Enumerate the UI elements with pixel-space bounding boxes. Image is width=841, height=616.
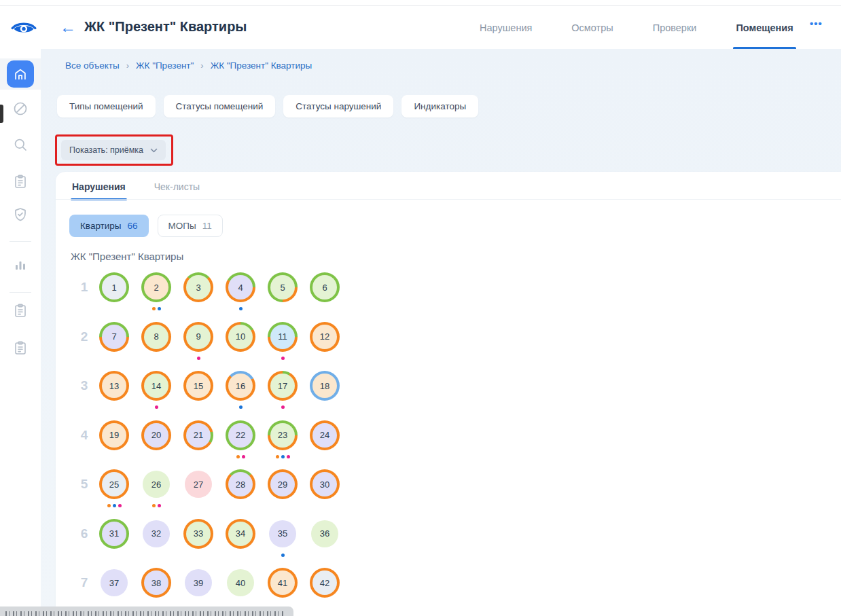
- unit-circle-28[interactable]: 28: [226, 469, 255, 514]
- unit-number: 37: [101, 569, 128, 596]
- back-button[interactable]: ←: [60, 18, 76, 36]
- unit-number: 6: [312, 275, 337, 300]
- unit-circle-8[interactable]: 8: [141, 322, 171, 367]
- indicator-dot-b: [239, 405, 243, 409]
- indicator-dot-m: [281, 405, 285, 409]
- sidebar-item-clipboard-6[interactable]: [12, 302, 29, 319]
- filter-button-0[interactable]: Типы помещений: [57, 95, 156, 117]
- nav-tab-нарушения[interactable]: Нарушения: [477, 6, 535, 49]
- unit-circle-27[interactable]: 27: [183, 469, 213, 514]
- filter-button-3[interactable]: Индикаторы: [401, 95, 478, 117]
- unit-circle-33[interactable]: 33: [183, 519, 213, 564]
- unit-circle-36[interactable]: 36: [310, 519, 340, 564]
- unit-ring: 5: [268, 272, 298, 302]
- unit-circle-4[interactable]: 4: [226, 272, 255, 317]
- tabs-divider: [56, 199, 841, 200]
- unit-number: 31: [102, 522, 126, 546]
- unit-circle-16[interactable]: 16: [226, 371, 255, 416]
- category-chip-квартиры[interactable]: Квартиры66: [69, 215, 149, 237]
- unit-circle-31[interactable]: 31: [99, 519, 129, 564]
- breadcrumb-item-2[interactable]: ЖК "Презент" Квартиры: [211, 60, 312, 71]
- nav-tab-помещения[interactable]: Помещения: [733, 6, 795, 49]
- unit-circle-35[interactable]: 35: [268, 519, 298, 564]
- unit-circle-22[interactable]: 22: [226, 420, 255, 465]
- indicator-dot-m: [158, 504, 161, 507]
- indicator-dot-o: [107, 504, 111, 507]
- sidebar-item-clipboard-3[interactable]: [12, 173, 29, 189]
- indicator-dot-m: [287, 455, 290, 458]
- unit-circle-10[interactable]: 10: [226, 322, 255, 367]
- unit-circle-14[interactable]: 14: [141, 371, 171, 416]
- sidebar-item-bar-chart-5[interactable]: [12, 257, 29, 273]
- show-filter-dropdown[interactable]: Показать: приёмка: [61, 140, 166, 160]
- unit-circle-20[interactable]: 20: [141, 420, 171, 465]
- row-label: 4: [75, 428, 94, 443]
- unit-ring: 27: [183, 469, 213, 499]
- unit-circle-25[interactable]: 25: [99, 469, 129, 514]
- chip-count: 11: [202, 221, 212, 231]
- sidebar: [0, 49, 41, 616]
- unit-ring: 15: [183, 371, 213, 401]
- sidebar-item-search-2[interactable]: [12, 137, 29, 153]
- sidebar-item-clipboard-7[interactable]: [12, 340, 29, 356]
- unit-circle-29[interactable]: 29: [268, 469, 298, 514]
- unit-ring: 40: [226, 568, 255, 598]
- category-chip-мопы[interactable]: МОПы11: [158, 215, 223, 237]
- unit-circle-7[interactable]: 7: [99, 322, 129, 367]
- unit-circle-18[interactable]: 18: [310, 371, 340, 416]
- unit-circle-32[interactable]: 32: [141, 519, 171, 564]
- unit-circle-5[interactable]: 5: [268, 272, 298, 317]
- unit-circle-15[interactable]: 15: [183, 371, 213, 416]
- sidebar-item-prohibition-1[interactable]: [12, 101, 29, 117]
- indicator-dot-o: [152, 504, 156, 507]
- unit-number: 18: [312, 374, 337, 398]
- unit-circle-2[interactable]: 2: [141, 272, 171, 317]
- unit-indicator-dots: [226, 455, 255, 458]
- nav-tab-осмотры[interactable]: Осмотры: [569, 6, 615, 49]
- unit-circle-21[interactable]: 21: [183, 420, 213, 465]
- unit-circle-1[interactable]: 1: [99, 272, 129, 317]
- content-tab-нарушения[interactable]: Нарушения: [71, 172, 127, 200]
- unit-circle-23[interactable]: 23: [268, 420, 298, 465]
- unit-number: 41: [270, 570, 295, 595]
- filter-button-2[interactable]: Статусы нарушений: [283, 95, 393, 117]
- unit-circle-42[interactable]: 42: [310, 568, 340, 613]
- unit-number: 7: [102, 325, 126, 349]
- unit-circle-19[interactable]: 19: [99, 420, 129, 465]
- more-menu-button[interactable]: •••: [806, 17, 827, 30]
- filter-button-1[interactable]: Статусы помещений: [164, 95, 276, 117]
- sidebar-item-shield-check-4[interactable]: [12, 206, 29, 223]
- clipboard-icon: [12, 340, 29, 356]
- indicator-dot-b: [281, 554, 285, 557]
- unit-circle-24[interactable]: 24: [310, 420, 340, 465]
- chip-count: 66: [128, 221, 138, 231]
- unit-circle-6[interactable]: 6: [310, 272, 340, 317]
- unit-circle-3[interactable]: 3: [183, 272, 213, 317]
- unit-circle-30[interactable]: 30: [310, 469, 340, 514]
- unit-ring: 7: [99, 322, 129, 352]
- unit-ring: 2: [141, 272, 171, 302]
- indicator-dot-m: [197, 357, 200, 360]
- unit-number: 2: [144, 275, 168, 300]
- nav-tab-проверки[interactable]: Проверки: [650, 6, 700, 49]
- app-logo[interactable]: [11, 20, 38, 37]
- unit-circle-12[interactable]: 12: [310, 322, 340, 367]
- chip-label: Квартиры: [80, 221, 122, 231]
- sidebar-item-home-0[interactable]: [7, 60, 34, 88]
- indicator-dot-b: [113, 504, 116, 507]
- breadcrumb-item-1[interactable]: ЖК "Презент": [136, 60, 194, 71]
- row-label: 2: [75, 329, 94, 344]
- content-tab-чек-листы[interactable]: Чек-листы: [153, 172, 201, 200]
- unit-ring: 34: [226, 519, 255, 549]
- unit-circle-26[interactable]: 26: [141, 469, 171, 514]
- unit-ring: 39: [183, 568, 213, 598]
- unit-circle-11[interactable]: 11: [268, 322, 298, 367]
- unit-number: 30: [312, 472, 337, 496]
- unit-circle-34[interactable]: 34: [226, 519, 255, 564]
- eye-icon: [11, 20, 37, 37]
- show-filter-label: Показать: приёмка: [69, 145, 143, 155]
- unit-circle-17[interactable]: 17: [268, 371, 298, 416]
- unit-circle-13[interactable]: 13: [99, 371, 129, 416]
- breadcrumb-item-0[interactable]: Все объекты: [65, 60, 120, 71]
- unit-circle-9[interactable]: 9: [183, 322, 213, 367]
